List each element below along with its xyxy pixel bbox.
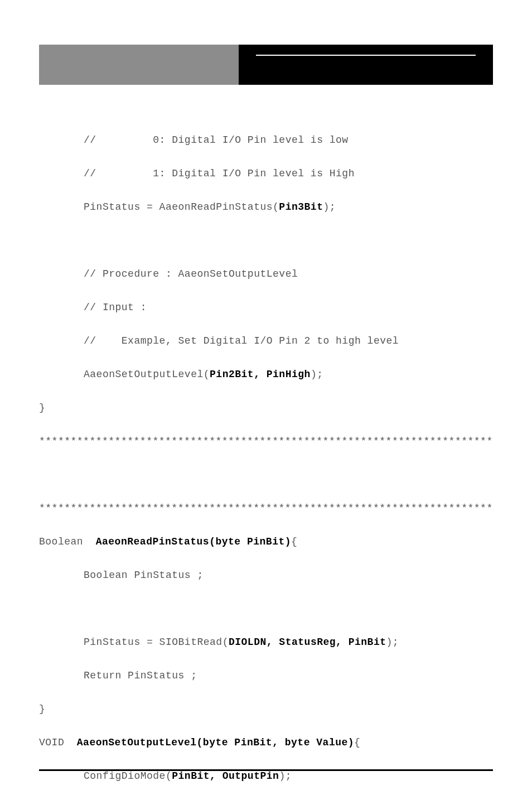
footer-divider [39,769,493,771]
header-left-grey [39,45,239,85]
header-right-black [239,45,493,85]
code-bold: PinBit, OutputPin [172,770,279,782]
code-bold: AaeonReadPinStatus(byte PinBit) [96,536,291,547]
code-line: VOID [39,737,77,748]
code-line: Boolean [39,536,96,547]
code-line: ); [311,369,323,380]
code-bold: DIOLDN, StatusReg, PinBit [229,637,386,648]
code-line: } [39,703,45,715]
code-line: ****************************************… [39,503,493,514]
code-line: Return PinStatus ; [84,670,197,681]
code-content: // 0: Digital I/O Pin level is low // 1:… [39,115,493,800]
code-line: { [354,737,360,748]
code-line: // Example, Set Digital I/O Pin 2 to hig… [84,335,399,346]
code-bold: AaeonSetOutputLevel(byte PinBit, byte Va… [77,737,354,748]
code-line: PinStatus = AaeonReadPinStatus( [84,201,279,213]
code-line: // Procedure : AaeonSetOutputLevel [84,268,298,279]
code-line: // 0: Digital I/O Pin level is low [84,134,349,146]
header-band [39,45,493,85]
code-line: // Input : [84,302,147,313]
code-line: ); [386,637,399,648]
code-line: ); [279,770,292,782]
code-line: { [291,536,297,547]
code-line: Boolean PinStatus ; [84,570,204,581]
code-bold: Pin3Bit [279,201,323,213]
code-line: } [39,402,45,413]
code-line: // 1: Digital I/O Pin level is High [84,168,355,179]
code-bold: Pin2Bit, PinHigh [210,369,311,380]
code-line: ConfigDioMode( [84,770,172,782]
code-line: ****************************************… [39,436,493,447]
code-line: ); [323,201,336,213]
code-line: AaeonSetOutputLevel( [84,369,210,380]
code-line: PinStatus = SIOBitRead( [84,637,229,648]
page: // 0: Digital I/O Pin level is low // 1:… [0,0,532,800]
header-divider-line [256,55,476,56]
